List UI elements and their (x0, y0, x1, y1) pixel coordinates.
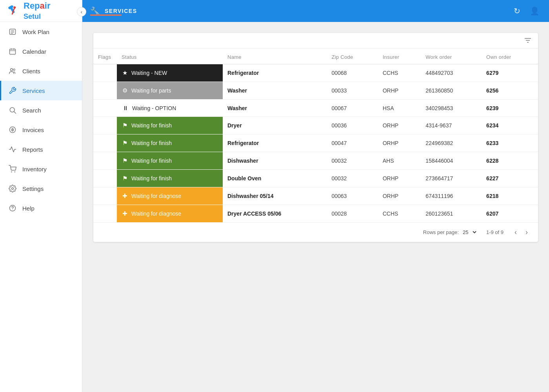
col-workorder: Work order (421, 49, 482, 64)
table-row[interactable]: ⚑Waiting for finishDouble Oven00032ORHP2… (93, 170, 538, 187)
svg-line-16 (14, 112, 16, 114)
cell-name: Washer (223, 82, 327, 100)
status-icon: ★ (122, 69, 127, 76)
cell-status: ✚Waiting for diagnose (117, 187, 223, 205)
cell-flags (93, 152, 117, 170)
table-row[interactable]: ⚑Waiting for finishDryer00036ORHP4314-96… (93, 117, 538, 134)
cell-own-order: 6218 (482, 187, 538, 205)
sidebar-item-reports[interactable]: Reports (0, 140, 82, 159)
table-row[interactable]: ★Waiting - NEWRefrigerator00068CCHS44849… (93, 64, 538, 82)
cell-flags (93, 134, 117, 152)
sidebar-item-invoices[interactable]: Invoices (0, 120, 82, 140)
cell-name: Dishwasher 05/14 (223, 187, 327, 205)
cell-flags (93, 187, 117, 205)
cell-status: ⚑Waiting for finish (117, 152, 223, 170)
account-button[interactable]: 👤 (528, 5, 541, 17)
col-flags: Flags (93, 49, 117, 64)
status-label: Waiting for finish (131, 140, 172, 146)
table-header (93, 33, 538, 49)
inventory-icon (8, 165, 17, 173)
cell-flags (93, 100, 117, 117)
sidebar-item-calendar[interactable]: Calendar (0, 42, 82, 61)
rows-per-page-select[interactable]: 25 50 100 (461, 229, 478, 236)
cell-own-order: 6227 (482, 170, 538, 187)
services-table-card: Flags Status Name Zip Code Insurer Work … (93, 33, 538, 242)
svg-point-18 (11, 171, 12, 172)
col-status: Status (117, 49, 223, 64)
cell-insurer: ORHP (378, 82, 421, 100)
svg-rect-9 (10, 49, 16, 54)
cell-status: ⚙Waiting for parts (117, 82, 223, 100)
cell-own-order: 6256 (482, 82, 538, 100)
table-row[interactable]: ✚Waiting for diagnoseDryer ACCESS 05/060… (93, 205, 538, 223)
sidebar-item-work-plan[interactable]: Work Plan (0, 22, 82, 42)
status-icon: ⚑ (122, 157, 127, 164)
cell-zip: 00063 (327, 187, 378, 205)
cell-insurer: ORHP (378, 170, 421, 187)
cell-status: ⏸Waiting - OPTION (117, 100, 223, 117)
topbar: 🔧 SERVICES ↻ 👤 (82, 0, 549, 22)
table-row[interactable]: ⚑Waiting for finishDishwasher00032AHS158… (93, 152, 538, 170)
status-label: Waiting for finish (131, 122, 172, 129)
svg-point-22 (12, 210, 13, 210)
rows-per-page: Rows per page: 25 50 100 (423, 229, 478, 236)
status-icon: ⏸ (122, 105, 128, 111)
sidebar: Repair Setul Work PlanCalendarClientsSer… (0, 0, 82, 392)
cell-flags (93, 117, 117, 134)
table-head: Flags Status Name Zip Code Insurer Work … (93, 49, 538, 64)
cell-work-order: 448492703 (421, 64, 482, 82)
page-info: 1-9 of 9 (486, 229, 504, 235)
cell-status: ✚Waiting for diagnose (117, 205, 223, 223)
sidebar-item-services[interactable]: Services (0, 81, 82, 100)
cell-insurer: CCHS (378, 64, 421, 82)
sidebar-item-help[interactable]: Help (0, 198, 82, 218)
help-icon (8, 204, 17, 212)
sidebar-item-label-clients: Clients (22, 68, 40, 74)
sidebar-item-search[interactable]: Search (0, 100, 82, 120)
status-label: Waiting for parts (131, 87, 171, 94)
chevron-left-icon: ‹ (81, 9, 82, 15)
cell-insurer: ORHP (378, 134, 421, 152)
sidebar-item-settings[interactable]: Settings (0, 179, 82, 198)
cell-work-order: 674311196 (421, 187, 482, 205)
status-label: Waiting - OPTION (132, 105, 176, 111)
cell-zip: 00028 (327, 205, 378, 223)
sidebar-item-label-inventory: Inventory (22, 166, 47, 172)
reports-icon (8, 145, 17, 154)
cell-own-order: 6234 (482, 117, 538, 134)
active-tab-underline (90, 15, 122, 16)
cell-status: ⚑Waiting for finish (117, 170, 223, 187)
cell-flags (93, 170, 117, 187)
refresh-icon: ↻ (514, 6, 520, 16)
table-row[interactable]: ⚙Waiting for partsWasher00033ORHP2613608… (93, 82, 538, 100)
col-name: Name (223, 49, 327, 64)
status-icon: ⚑ (122, 122, 127, 129)
topbar-actions: ↻ 👤 (512, 5, 541, 17)
svg-point-19 (15, 171, 16, 172)
next-page-button[interactable]: › (523, 227, 530, 237)
sidebar-item-inventory[interactable]: Inventory (0, 159, 82, 179)
table-row[interactable]: ✚Waiting for diagnoseDishwasher 05/14000… (93, 187, 538, 205)
cell-own-order: 6279 (482, 64, 538, 82)
table-row[interactable]: ⏸Waiting - OPTIONWasher00067HSA340298453… (93, 100, 538, 117)
svg-point-14 (13, 69, 15, 71)
filter-button[interactable] (524, 37, 532, 46)
sidebar-item-label-calendar: Calendar (22, 48, 46, 55)
account-icon: 👤 (530, 6, 540, 16)
cell-work-order: 273664717 (421, 170, 482, 187)
cell-own-order: 6228 (482, 152, 538, 170)
clients-icon (8, 67, 17, 75)
table-row[interactable]: ⚑Waiting for finishRefrigerator00047ORHP… (93, 134, 538, 152)
sidebar-item-label-search: Search (22, 107, 41, 114)
sidebar-item-label-settings: Settings (22, 185, 44, 192)
cell-work-order: 260123651 (421, 205, 482, 223)
cell-name: Double Oven (223, 170, 327, 187)
prev-page-button[interactable]: ‹ (512, 227, 519, 237)
cell-zip: 00032 (327, 170, 378, 187)
cell-own-order: 6233 (482, 134, 538, 152)
refresh-button[interactable]: ↻ (512, 5, 522, 17)
calendar-icon (8, 47, 17, 56)
cell-insurer: CCHS (378, 205, 421, 223)
sidebar-item-clients[interactable]: Clients (0, 61, 82, 81)
sidebar-collapse-button[interactable]: ‹ (77, 7, 86, 16)
